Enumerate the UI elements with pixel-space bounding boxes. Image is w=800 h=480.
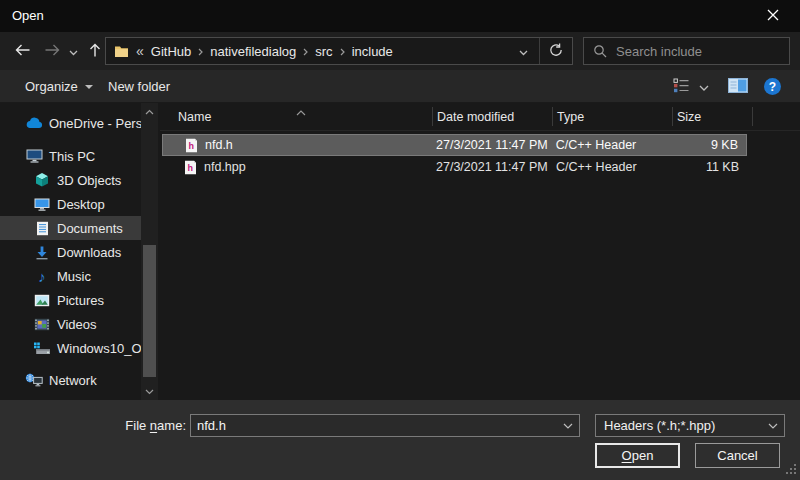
address-dropdown-button[interactable]: [507, 38, 539, 64]
open-file-dialog: Open: [0, 0, 800, 480]
chevron-down-icon: [699, 79, 709, 94]
recent-locations-button[interactable]: [64, 32, 82, 70]
organize-button[interactable]: Organize: [25, 70, 93, 103]
sidebar-item-label: Pictures: [57, 293, 104, 308]
preview-pane-button[interactable]: [728, 70, 748, 103]
sidebar-item-label: Network: [49, 373, 97, 388]
column-divider[interactable]: [752, 107, 753, 126]
address-bar[interactable]: « GitHub nativefiledialog src include: [105, 37, 573, 65]
preview-pane-icon: [728, 78, 748, 96]
column-header-name[interactable]: Name: [160, 103, 433, 130]
back-button[interactable]: [8, 32, 36, 70]
file-type: C/C++ Header: [553, 138, 673, 152]
sidebar-item-3d-objects[interactable]: 3D Objects: [0, 168, 141, 192]
sidebar-item-pictures[interactable]: Pictures: [0, 288, 141, 312]
desktop-icon: [33, 198, 51, 211]
chevron-down-icon: [519, 44, 528, 59]
up-icon: [87, 42, 103, 61]
column-header-date-modified[interactable]: Date modified: [433, 103, 553, 130]
title-bar: Open: [0, 0, 800, 32]
breadcrumb-segment-include[interactable]: include: [352, 44, 393, 59]
view-options-dropdown[interactable]: [699, 70, 709, 103]
breadcrumb-segment-nativefiledialog[interactable]: nativefiledialog: [210, 44, 296, 59]
open-button[interactable]: Open: [595, 443, 680, 468]
breadcrumb-overflow[interactable]: «: [136, 43, 144, 59]
file-name: nfd.h: [205, 138, 233, 152]
help-button[interactable]: ?: [764, 70, 781, 103]
scrollbar-thumb[interactable]: [143, 245, 156, 377]
file-type: C/C++ Header: [553, 160, 673, 174]
file-size: 9 KB: [672, 138, 746, 152]
computer-icon: [25, 149, 43, 163]
details-view-icon: [673, 78, 691, 96]
organize-label: Organize: [25, 79, 78, 94]
sidebar-item-label: Music: [57, 269, 91, 284]
file-name-input[interactable]: [191, 418, 557, 433]
chevron-down-icon: [85, 85, 93, 89]
document-icon: [33, 221, 51, 236]
chevron-down-icon[interactable]: [762, 423, 784, 429]
file-row-nfd-hpp[interactable]: h nfd.hpp 27/3/2021 11:47 PM C/C++ Heade…: [162, 156, 747, 178]
back-icon: [14, 42, 31, 61]
svg-text:h: h: [189, 141, 195, 151]
download-arrow-icon: [33, 245, 51, 260]
sidebar-item-label: Desktop: [57, 197, 105, 212]
sidebar-item-network[interactable]: Network: [0, 368, 141, 392]
file-type-filter-value: Headers (*.h;*.hpp): [596, 418, 762, 433]
breadcrumb-segment-github[interactable]: GitHub: [151, 44, 191, 59]
sidebar-scrollbar[interactable]: [141, 103, 158, 400]
network-icon: [25, 373, 43, 387]
sidebar-item-music[interactable]: ♪ Music: [0, 264, 141, 288]
refresh-button[interactable]: [540, 38, 572, 64]
file-name: nfd.hpp: [204, 160, 246, 174]
column-header-type[interactable]: Type: [553, 103, 673, 130]
chevron-right-icon: [340, 44, 345, 59]
sidebar-item-desktop[interactable]: Desktop: [0, 192, 141, 216]
navigation-pane: OneDrive - Persor This PC 3D Objects Des…: [0, 103, 160, 400]
film-icon: [33, 318, 51, 331]
search-box[interactable]: [583, 37, 790, 65]
sidebar-item-label: This PC: [49, 149, 95, 164]
breadcrumb-segment-src[interactable]: src: [315, 44, 332, 59]
search-input[interactable]: [616, 44, 766, 59]
h-header-file-icon: h: [185, 138, 198, 153]
sidebar-item-onedrive[interactable]: OneDrive - Persor: [0, 111, 141, 135]
close-icon: [767, 9, 779, 24]
command-toolbar: Organize New folder: [0, 70, 800, 103]
file-type-filter-dropdown[interactable]: Headers (*.h;*.hpp): [595, 414, 785, 437]
help-icon: ?: [764, 78, 781, 95]
h-header-file-icon: h: [184, 160, 197, 175]
scroll-up-button[interactable]: [141, 103, 158, 120]
new-folder-button[interactable]: New folder: [108, 70, 170, 103]
forward-button[interactable]: [38, 32, 66, 70]
file-row-nfd-h[interactable]: h nfd.h 27/3/2021 11:47 PM C/C++ Header …: [162, 134, 747, 156]
file-rows: h nfd.h 27/3/2021 11:47 PM C/C++ Header …: [162, 134, 800, 178]
sidebar-item-label: Videos: [57, 317, 97, 332]
dialog-footer: File name: Headers (*.h;*.hpp) Open Canc…: [0, 400, 800, 480]
scroll-down-button[interactable]: [141, 383, 158, 400]
file-name-combobox[interactable]: [190, 414, 580, 437]
sidebar-item-videos[interactable]: Videos: [0, 312, 141, 336]
chevron-right-icon: [303, 44, 308, 59]
onedrive-cloud-icon: [25, 117, 43, 129]
sidebar-item-label: Downloads: [57, 245, 121, 260]
column-header-size[interactable]: Size: [673, 103, 753, 130]
cancel-button[interactable]: Cancel: [695, 443, 780, 468]
sidebar-item-label: 3D Objects: [57, 173, 121, 188]
music-note-icon: ♪: [33, 269, 51, 284]
os-drive-icon: [33, 342, 51, 355]
chevron-down-icon[interactable]: [557, 423, 579, 429]
sidebar-item-documents[interactable]: Documents: [0, 216, 141, 240]
picture-icon: [33, 294, 51, 307]
change-view-button[interactable]: [673, 70, 691, 103]
sidebar-item-downloads[interactable]: Downloads: [0, 240, 141, 264]
sidebar-item-windows10-os[interactable]: Windows10_OS (: [0, 336, 141, 360]
chevron-down-icon: [69, 44, 78, 59]
folder-icon: [114, 45, 129, 58]
sidebar-item-this-pc[interactable]: This PC: [0, 144, 141, 168]
resize-grip-icon[interactable]: [786, 464, 796, 474]
close-button[interactable]: [752, 0, 794, 32]
sidebar-item-label: Documents: [57, 221, 123, 236]
file-size: 11 KB: [673, 160, 747, 174]
sidebar-item-label: Windows10_OS (: [57, 341, 141, 356]
